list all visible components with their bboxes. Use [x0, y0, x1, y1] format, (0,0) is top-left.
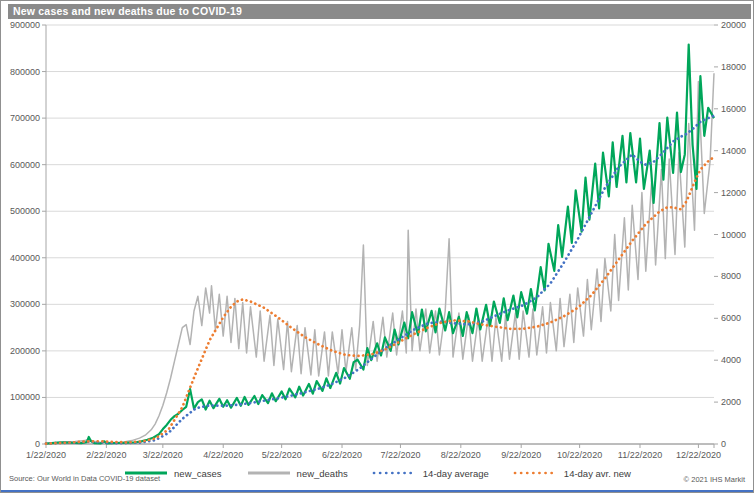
y-left-tick-label: 400000	[10, 253, 40, 263]
legend-label: 14-day avr. new	[564, 468, 631, 479]
x-tick-label: 8/22/2020	[441, 450, 481, 460]
y-left-tick-label: 800000	[10, 67, 40, 77]
x-tick-label: 11/22/2020	[618, 450, 662, 460]
x-tick-label: 5/22/2020	[262, 450, 302, 460]
y-left-tick-label: 500000	[10, 206, 40, 216]
y-right-tick-label: 12000	[721, 188, 746, 198]
y-right-tick-label: 6000	[721, 313, 741, 323]
y-right-tick-label: 16000	[721, 104, 746, 114]
legend-label: 14-day average	[423, 468, 489, 479]
series-new-deaths	[46, 73, 714, 443]
x-tick-label: 10/22/2020	[557, 450, 602, 460]
x-tick-label: 9/22/2020	[501, 450, 541, 460]
footer-accent-line	[1, 490, 753, 492]
y-right-tick-label: 4000	[721, 355, 741, 365]
legend-swatch	[246, 469, 292, 477]
series-14-day-avr-new	[46, 157, 714, 444]
legend-item-new-deaths: new_deaths	[246, 468, 348, 479]
source-note: Source: Our World in Data COVID-19 datas…	[9, 474, 160, 483]
y-right-tick-label: 10000	[721, 230, 746, 240]
x-tick-label: 6/22/2020	[322, 450, 362, 460]
y-left-tick-label: 700000	[10, 113, 40, 123]
legend-swatch	[372, 469, 418, 477]
chart-window: New cases and new deaths due to COVID-19…	[0, 0, 754, 493]
y-left-tick-label: 200000	[10, 346, 40, 356]
y-left-tick-label: 900000	[10, 20, 40, 30]
legend-item-14-day-average: 14-day average	[372, 468, 489, 479]
x-tick-label: 2/22/2020	[86, 450, 126, 460]
legend-label: new_cases	[174, 468, 222, 479]
y-right-tick-label: 14000	[721, 146, 746, 156]
chart-plot: 0100000200000300000400000500000600000700…	[1, 1, 754, 493]
legend-item-14-day-avr-new: 14-day avr. new	[513, 468, 631, 479]
x-tick-label: 3/22/2020	[143, 450, 183, 460]
y-right-tick-label: 20000	[721, 20, 746, 30]
y-left-tick-label: 300000	[10, 299, 40, 309]
y-right-tick-label: 8000	[721, 271, 741, 281]
x-tick-label: 12/22/2020	[676, 450, 721, 460]
y-left-tick-label: 100000	[10, 392, 40, 402]
y-left-tick-label: 0	[35, 439, 40, 449]
legend-swatch	[513, 469, 559, 477]
y-right-tick-label: 2000	[721, 397, 741, 407]
copyright-note: © 2021 IHS Markit	[684, 475, 745, 484]
legend-label: new_deaths	[297, 468, 348, 479]
x-tick-label: 1/22/2020	[26, 450, 66, 460]
x-tick-label: 7/22/2020	[380, 450, 420, 460]
y-left-tick-label: 600000	[10, 160, 40, 170]
x-tick-label: 4/22/2020	[203, 450, 243, 460]
y-right-tick-label: 0	[721, 439, 726, 449]
y-right-tick-label: 18000	[721, 62, 746, 72]
